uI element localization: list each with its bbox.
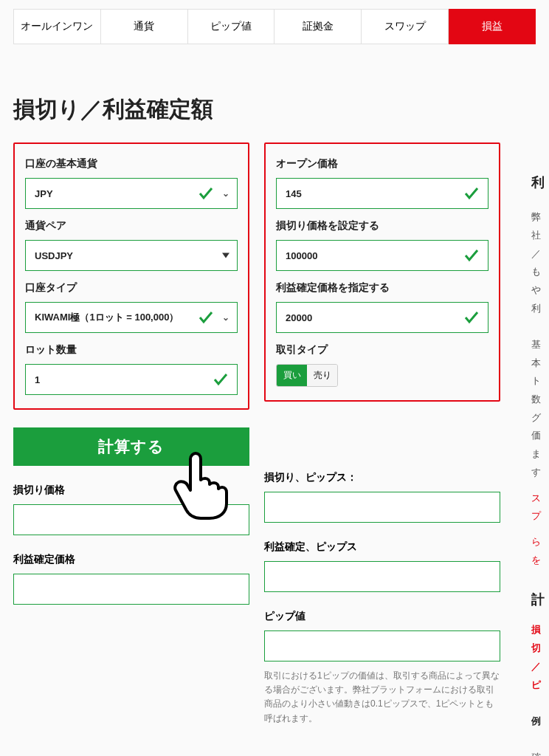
sidebar-subheading: 計	[531, 587, 549, 612]
value-pair: USDJPY	[35, 250, 73, 261]
tab-swap[interactable]: スワップ	[362, 9, 449, 44]
value-open-price: 145	[286, 188, 302, 199]
sidebar-link[interactable]: スプ	[531, 489, 549, 526]
checkmark-icon	[463, 309, 480, 326]
pip-footnote: 取引における1ピップの価値は、取引する商品によって異なる場合がございます。弊社プ…	[264, 669, 500, 726]
checkmark-icon	[212, 371, 229, 388]
value-lots: 1	[35, 374, 40, 385]
checkmark-icon	[197, 309, 215, 326]
chevron-down-icon: ⌄	[222, 188, 229, 199]
tab-allinone[interactable]: オールインワン	[13, 9, 101, 44]
select-base-currency[interactable]: JPY ⌄	[25, 178, 238, 209]
input-open-price[interactable]: 145	[276, 178, 488, 209]
label-sl-price-result: 損切り価格	[13, 484, 249, 497]
value-base-currency: JPY	[35, 188, 53, 199]
value-account-type: KIWAMI極（1ロット = 100,000）	[35, 311, 179, 324]
tab-profitloss[interactable]: 損益	[449, 9, 536, 44]
select-account-type[interactable]: KIWAMI極（1ロット = 100,000） ⌄	[25, 302, 238, 333]
input-take-profit[interactable]: 20000	[276, 302, 488, 333]
output-tp-pips	[264, 561, 500, 592]
input-panel-left: 口座の基本通貨 JPY ⌄ 通貨ペア USDJPY 口座タイプ KIWAMI極（…	[13, 142, 249, 410]
trade-buy-button[interactable]: 買い	[277, 365, 307, 386]
trade-type-toggle: 買い 売り	[276, 364, 338, 387]
output-sl-pips	[264, 492, 500, 523]
help-sidebar-partial: 利 弊社 ／も や利 基本 ト数 グ価 ます スプ らを 計 損切 ／ピ 例 確…	[531, 170, 549, 726]
label-lots: ロット数量	[25, 343, 238, 357]
chevron-down-icon	[222, 253, 229, 258]
value-take-profit: 20000	[286, 312, 312, 323]
label-tp-pips-result: 利益確定、ピップス	[264, 540, 500, 554]
chevron-down-icon: ⌄	[222, 312, 229, 323]
calculate-button[interactable]: 計算する	[13, 427, 249, 466]
sidebar-heading: 利	[531, 170, 549, 195]
label-base-currency: 口座の基本通貨	[25, 157, 238, 171]
tab-pipvalue[interactable]: ピップ値	[188, 9, 275, 44]
label-trade-type: 取引タイプ	[276, 343, 488, 357]
input-stop-loss[interactable]: 100000	[276, 240, 488, 271]
tab-currency[interactable]: 通貨	[101, 9, 188, 44]
label-stop-loss: 損切り価格を設定する	[276, 219, 488, 233]
tab-margin[interactable]: 証拠金	[274, 9, 362, 44]
output-sl-price	[13, 504, 249, 535]
input-panel-right: オープン価格 145 損切り価格を設定する 100000 利益確定価格を指定する…	[264, 142, 500, 402]
calculator-tabs: オールインワン 通貨 ピップ値 証拠金 スワップ 損益	[13, 9, 536, 44]
checkmark-icon	[463, 247, 480, 264]
page-title: 損切り／利益確定額	[13, 94, 536, 125]
trade-sell-button[interactable]: 売り	[307, 365, 337, 386]
output-tp-price	[13, 574, 249, 605]
output-pip-value	[264, 630, 500, 662]
sidebar-link[interactable]: らを	[531, 533, 549, 569]
label-account-type: 口座タイプ	[25, 281, 238, 295]
checkmark-icon	[197, 185, 215, 202]
value-stop-loss: 100000	[286, 250, 317, 261]
label-pair: 通貨ペア	[25, 219, 238, 233]
label-tp-price-result: 利益確定価格	[13, 553, 249, 566]
checkmark-icon	[463, 185, 480, 202]
label-take-profit: 利益確定価格を指定する	[276, 281, 488, 295]
input-lots[interactable]: 1	[25, 364, 238, 395]
label-sl-pips-result: 損切り、ピップス：	[264, 471, 500, 484]
label-pip-value-result: ピップ値	[264, 610, 500, 623]
label-open-price: オープン価格	[276, 157, 488, 171]
select-pair[interactable]: USDJPY	[25, 240, 238, 271]
